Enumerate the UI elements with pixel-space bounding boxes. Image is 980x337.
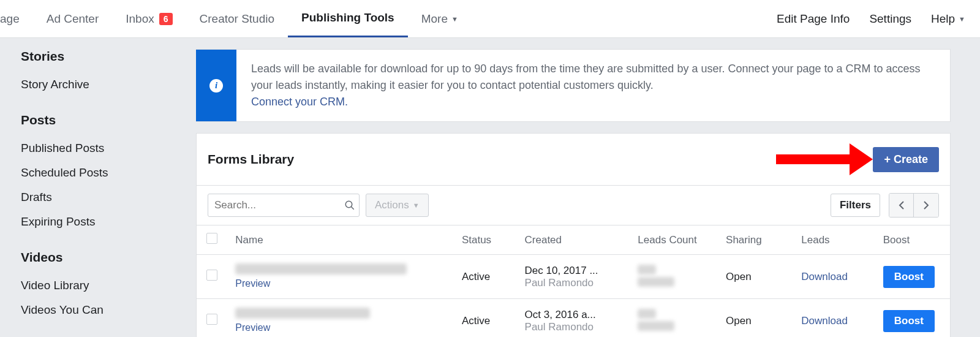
boost-button[interactable]: Boost	[883, 266, 935, 288]
nav-help[interactable]: Help ▼	[931, 12, 965, 26]
created-date: Dec 10, 2017 ...	[525, 265, 598, 276]
chevron-down-icon: ▼	[451, 15, 458, 23]
chevron-down-icon: ▼	[413, 202, 420, 209]
sidebar-item-videos-you-can[interactable]: Videos You Can	[21, 298, 181, 322]
chevron-left-icon	[899, 201, 905, 210]
svg-line-1	[351, 206, 354, 210]
sidebar-item-scheduled-posts[interactable]: Scheduled Posts	[21, 161, 181, 185]
sidebar-item-story-archive[interactable]: Story Archive	[21, 72, 181, 97]
sidebar-heading-stories: Stories	[21, 49, 181, 64]
status-cell: Active	[453, 299, 516, 338]
chevron-down-icon: ▼	[959, 15, 965, 23]
sidebar-heading-videos: Videos	[21, 250, 181, 265]
created-by: Paul Ramondo	[525, 321, 594, 333]
table-row: xxxxxxxxxxxxxxxxxxxx Preview Active Dec …	[197, 255, 950, 299]
nav-edit-page-info[interactable]: Edit Page Info	[777, 12, 850, 26]
status-cell: Active	[453, 255, 516, 299]
created-date: Oct 3, 2016 a...	[525, 309, 596, 320]
toolbar: Actions ▼ Filters	[197, 185, 950, 225]
sidebar: Stories Story Archive Posts Published Po…	[0, 49, 196, 337]
sharing-cell: Open	[717, 299, 793, 338]
nav-settings[interactable]: Settings	[869, 12, 911, 26]
col-leads-count[interactable]: Leads Count	[629, 225, 717, 255]
top-nav-left: age Ad Center Inbox 6 Creator Studio Pub…	[0, 0, 472, 37]
search-icon	[344, 200, 355, 211]
main-content: i Leads will be available for download f…	[196, 49, 980, 337]
top-nav-right: Edit Page Info Settings Help ▼	[777, 12, 965, 26]
col-sharing[interactable]: Sharing	[717, 225, 793, 255]
search-input-wrap[interactable]	[208, 194, 360, 217]
tab-creator-studio[interactable]: Creator Studio	[186, 0, 288, 37]
col-status[interactable]: Status	[453, 225, 516, 255]
sidebar-item-expiring-posts[interactable]: Expiring Posts	[21, 210, 181, 234]
row-checkbox[interactable]	[206, 270, 217, 281]
chevron-right-icon	[923, 201, 929, 210]
actions-dropdown[interactable]: Actions ▼	[366, 194, 429, 217]
sidebar-item-published-posts[interactable]: Published Posts	[21, 136, 181, 161]
leads-count-sub-redacted: xxxxxxx	[638, 321, 674, 331]
svg-point-0	[345, 201, 352, 208]
create-button[interactable]: + Create	[873, 147, 939, 172]
forms-library-card: Forms Library + Create	[196, 133, 951, 337]
pager	[889, 193, 939, 218]
info-icon: i	[209, 79, 223, 93]
form-name-redacted: xxxxxxxxxxxxxxxx	[235, 308, 370, 319]
inbox-badge: 6	[159, 13, 173, 25]
tab-publishing-tools[interactable]: Publishing Tools	[288, 0, 408, 37]
sidebar-item-video-library[interactable]: Video Library	[21, 273, 181, 298]
col-boost[interactable]: Boost	[875, 225, 950, 255]
info-banner-text: Leads will be available for download for…	[251, 62, 921, 91]
col-name[interactable]: Name	[227, 225, 453, 255]
connect-crm-link[interactable]: Connect your CRM.	[251, 96, 348, 108]
annotation-arrow	[776, 143, 873, 175]
pager-next-button[interactable]	[914, 194, 938, 217]
sidebar-item-drafts[interactable]: Drafts	[21, 185, 181, 210]
download-link[interactable]: Download	[801, 315, 848, 327]
preview-link[interactable]: Preview	[235, 322, 270, 333]
preview-link[interactable]: Preview	[235, 278, 270, 289]
top-nav: age Ad Center Inbox 6 Creator Studio Pub…	[0, 0, 980, 38]
tab-page[interactable]: age	[0, 0, 33, 37]
info-banner: i Leads will be available for download f…	[196, 49, 951, 122]
filters-button[interactable]: Filters	[831, 194, 880, 217]
tab-inbox[interactable]: Inbox 6	[112, 0, 186, 37]
leads-count-sub-redacted: xxxx	[638, 277, 674, 287]
col-leads[interactable]: Leads	[793, 225, 874, 255]
sharing-cell: Open	[717, 255, 793, 299]
sidebar-heading-posts: Posts	[21, 113, 181, 127]
col-created[interactable]: Created	[516, 225, 630, 255]
forms-table: Name Status Created Leads Count Sharing …	[197, 225, 950, 337]
leads-count-redacted: xx	[638, 265, 656, 275]
download-link[interactable]: Download	[801, 271, 848, 282]
search-input[interactable]	[214, 199, 344, 211]
table-row: xxxxxxxxxxxxxxxx Preview Active Oct 3, 2…	[197, 299, 950, 338]
boost-button[interactable]: Boost	[883, 310, 935, 332]
form-name-redacted: xxxxxxxxxxxxxxxxxxxx	[235, 263, 407, 275]
pager-prev-button[interactable]	[889, 194, 914, 217]
info-banner-stripe: i	[196, 50, 236, 121]
leads-count-redacted: xx	[638, 309, 656, 319]
row-checkbox[interactable]	[206, 314, 217, 325]
tab-ad-center[interactable]: Ad Center	[33, 0, 113, 37]
created-by: Paul Ramondo	[525, 277, 594, 289]
card-title: Forms Library	[208, 152, 294, 167]
select-all-checkbox[interactable]	[206, 233, 217, 244]
tab-more[interactable]: More ▼	[408, 0, 472, 37]
